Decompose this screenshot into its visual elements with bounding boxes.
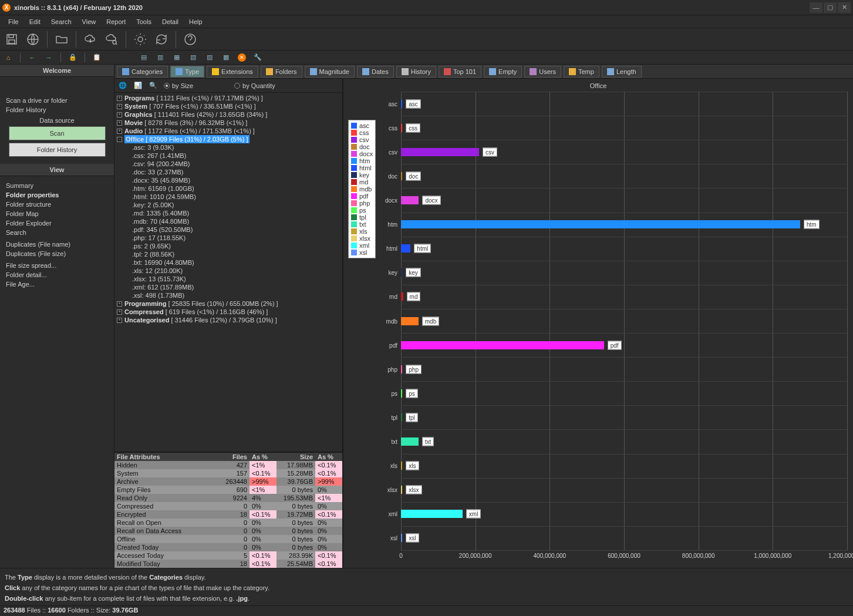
table-row[interactable]: Accessed Today5<0.1%283.99K<0.1% xyxy=(114,551,342,560)
table-row[interactable]: Archive263448>99%39.76GB>99% xyxy=(114,477,342,486)
view-item[interactable]: Folder Map xyxy=(6,209,108,218)
col-size[interactable]: Size xyxy=(277,453,315,461)
save-icon[interactable] xyxy=(4,31,20,48)
view-item[interactable]: File Age... xyxy=(6,280,108,289)
tree-item[interactable]: .txt: 16990 (44.80MB) xyxy=(116,258,341,267)
tree-item[interactable]: .xls: 12 (210.00K) xyxy=(116,267,341,275)
view-item[interactable]: Folder detail... xyxy=(6,270,108,280)
menu-report[interactable]: Report xyxy=(102,17,130,26)
menu-edit[interactable]: Edit xyxy=(25,17,45,26)
cancel-icon[interactable]: ✕ xyxy=(238,53,246,62)
chart-bar[interactable] xyxy=(401,244,410,253)
tree-item[interactable]: .ps: 2 (9.65K) xyxy=(116,242,341,250)
tab-magnitude[interactable]: Magnitude xyxy=(305,66,355,78)
table-row[interactable]: Read Only92244%195.53MB<1% xyxy=(114,494,342,502)
col-files[interactable]: Files xyxy=(220,453,250,461)
tab-history[interactable]: History xyxy=(396,66,436,78)
tree-category[interactable]: +Audio [ 1172 Files (<1%) / 171.53MB (<1… xyxy=(116,127,341,135)
search-small-icon[interactable]: 🔍 xyxy=(149,81,158,90)
folder-open-icon[interactable] xyxy=(53,31,70,48)
doc-icon-2[interactable]: ▥ xyxy=(156,53,165,62)
chart-bar[interactable] xyxy=(401,317,419,325)
by-size-radio[interactable]: by Size xyxy=(164,82,193,89)
menu-search[interactable]: Search xyxy=(46,17,76,26)
chart-bar[interactable] xyxy=(401,462,402,470)
tab-length[interactable]: Length xyxy=(602,66,642,78)
doc-icon-6[interactable]: ▩ xyxy=(221,53,231,62)
web-icon[interactable] xyxy=(25,31,41,48)
tree-item[interactable]: .htm: 61569 (1.00GB) xyxy=(116,184,341,193)
minimize-button[interactable]: — xyxy=(810,2,822,13)
cloud-search-icon[interactable] xyxy=(103,31,120,48)
chart-bar[interactable] xyxy=(401,268,402,277)
tab-empty[interactable]: Empty xyxy=(484,66,522,78)
table-row[interactable]: Recall on Open00%0 bytes0% xyxy=(114,519,342,527)
maximize-button[interactable]: ▢ xyxy=(824,2,837,13)
chart-bar[interactable] xyxy=(401,413,402,422)
view-item[interactable]: Folder structure xyxy=(6,200,108,209)
tree-item[interactable]: .xsl: 498 (1.73MB) xyxy=(116,291,341,299)
chart-bar[interactable] xyxy=(401,365,402,373)
forward-icon[interactable]: → xyxy=(44,53,53,62)
tab-folders[interactable]: Folders xyxy=(261,66,302,78)
doc-icon-1[interactable]: ▤ xyxy=(139,53,149,62)
tree-item[interactable]: .xml: 612 (157.89MB) xyxy=(116,283,341,291)
menu-view[interactable]: View xyxy=(77,17,101,26)
tree-category[interactable]: +Movie [ 8278 Files (3%) / 96.32MB (<1%)… xyxy=(116,119,341,127)
tree-item[interactable]: .css: 267 (1.41MB) xyxy=(116,152,341,160)
tree-category[interactable]: +Graphics [ 111401 Files (42%) / 13.65GB… xyxy=(116,110,341,119)
chart-bar[interactable] xyxy=(401,196,419,204)
doc-icon-5[interactable]: ▨ xyxy=(205,53,214,62)
table-row[interactable]: Hidden427<1%17.98MB<0.1% xyxy=(114,461,342,469)
table-row[interactable]: Empty Files690<1%0 bytes0% xyxy=(114,486,342,494)
tab-type[interactable]: Type xyxy=(170,66,204,78)
tree-category[interactable]: -Office [ 82909 Files (31%) / 2.03GB (5%… xyxy=(116,135,341,143)
back-icon[interactable]: ← xyxy=(28,53,37,62)
view-item[interactable]: Duplicates (File name) xyxy=(6,240,108,249)
clipboard-icon[interactable]: 📋 xyxy=(92,53,102,62)
wrench-icon[interactable]: 🔧 xyxy=(253,53,262,62)
table-row[interactable]: Recall on Data Access00%0 bytes0% xyxy=(114,527,342,535)
scan-button[interactable]: Scan xyxy=(9,126,106,140)
tree-item[interactable]: .md: 1335 (5.40MB) xyxy=(116,209,341,217)
chart-bar[interactable] xyxy=(401,486,402,494)
folder-history-button[interactable]: Folder History xyxy=(9,143,106,157)
tree-item[interactable]: .pdf: 345 (520.50MB) xyxy=(116,225,341,234)
chart-bar[interactable] xyxy=(401,510,463,518)
folder-history-link[interactable]: Folder History xyxy=(6,105,108,115)
table-row[interactable]: Compressed00%0 bytes0% xyxy=(114,502,342,510)
menu-tools[interactable]: Tools xyxy=(132,17,156,26)
tree-item[interactable]: .doc: 33 (2.37MB) xyxy=(116,168,341,176)
table-row[interactable]: Modified Today18<0.1%25.54MB<0.1% xyxy=(114,560,342,568)
tree-item[interactable]: .xlsx: 13 (515.73K) xyxy=(116,275,341,283)
chart-bar[interactable] xyxy=(401,341,604,349)
cloud-down-icon[interactable] xyxy=(82,31,99,48)
by-quantity-radio[interactable]: by Quantity xyxy=(234,82,275,89)
view-item[interactable]: Summary xyxy=(6,181,108,190)
tree-item[interactable]: .tpl: 2 (88.56K) xyxy=(116,250,341,258)
menu-detail[interactable]: Detail xyxy=(157,17,183,26)
chart-bar[interactable] xyxy=(401,292,403,301)
view-item[interactable]: Folder properties xyxy=(6,190,108,200)
tree-item[interactable]: .html: 1010 (24.59MB) xyxy=(116,193,341,201)
tree-item[interactable]: .asc: 3 (9.03K) xyxy=(116,143,341,152)
lock-icon[interactable]: 🔒 xyxy=(68,53,77,62)
globe-small-icon[interactable]: 🌐 xyxy=(118,81,127,90)
tree-item[interactable]: .key: 2 (5.00K) xyxy=(116,201,341,209)
tree-item[interactable]: .mdb: 70 (44.80MB) xyxy=(116,217,341,225)
col-files-pct[interactable]: As % xyxy=(250,453,277,461)
tree-category[interactable]: +Uncategorised [ 31446 Files (12%) / 3.7… xyxy=(116,316,341,324)
tab-dates[interactable]: Dates xyxy=(357,66,394,78)
view-item[interactable]: Folder Exploder xyxy=(6,218,108,228)
chart-bar[interactable] xyxy=(401,148,479,156)
chart-bar[interactable] xyxy=(401,389,402,398)
tree-category[interactable]: +System [ 707 Files (<1%) / 336.51MB (<1… xyxy=(116,102,341,110)
table-row[interactable]: Encrypted18<0.1%19.72MB<0.1% xyxy=(114,510,342,519)
chart-bar[interactable] xyxy=(401,534,402,542)
tree-category[interactable]: +Programming [ 25835 Files (10%) / 655.0… xyxy=(116,299,341,308)
tree-category[interactable]: +Compressed [ 619 Files (<1%) / 18.16GB … xyxy=(116,308,341,316)
col-size-pct[interactable]: As % xyxy=(315,453,342,461)
table-row[interactable]: Created Today00%0 bytes0% xyxy=(114,543,342,551)
menu-help[interactable]: Help xyxy=(184,17,207,26)
view-item[interactable]: File size spread... xyxy=(6,261,108,270)
